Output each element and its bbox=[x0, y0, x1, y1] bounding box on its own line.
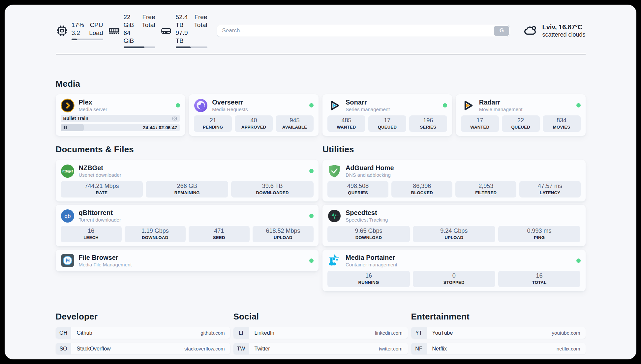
bookmark-reddit[interactable]: RE Reddit reddit.com bbox=[411, 359, 586, 359]
bookmark-twitter[interactable]: TW Twitter twitter.com bbox=[233, 343, 408, 354]
app-card-portainer[interactable]: Media Portainer Container management 16 … bbox=[322, 250, 586, 291]
app-card-overseerr[interactable]: Overseerr Media Requests 21 PENDING 40 A… bbox=[189, 94, 319, 136]
app-title: Plex bbox=[79, 98, 107, 106]
overseerr-icon bbox=[194, 99, 208, 112]
cpu-metric: 17% 3.2 CPU Load bbox=[56, 21, 103, 40]
app-card-plex[interactable]: Plex Media server Bullet Train bbox=[56, 94, 185, 136]
app-subtitle: Usenet downloader bbox=[79, 172, 121, 178]
bookmark-url: github.com bbox=[200, 330, 225, 336]
app-title: qBittorrent bbox=[79, 209, 121, 217]
app-title: AdGuard Home bbox=[346, 164, 394, 172]
section-title-media: Media bbox=[56, 79, 586, 89]
stat-chip: 834 MOVIES bbox=[543, 115, 581, 132]
radarr-icon bbox=[461, 99, 475, 112]
app-subtitle: Media server bbox=[79, 106, 107, 112]
stat-chip: 1.19 Gbps DOWNLOAD bbox=[125, 226, 186, 242]
status-dot bbox=[576, 103, 581, 107]
app-subtitle: Media File Management bbox=[79, 262, 132, 268]
status-dot bbox=[309, 169, 314, 173]
bookmark-name: YouTube bbox=[432, 330, 453, 336]
app-subtitle: Movie management bbox=[479, 106, 523, 112]
bookmark-netflix[interactable]: NF Netflix netflix.com bbox=[411, 343, 586, 354]
disk-progress-bar bbox=[176, 46, 207, 48]
weather-location-temp: Lviv, 16.87°C bbox=[542, 23, 585, 31]
app-title: File Browser bbox=[79, 254, 132, 261]
app-title: Sonarr bbox=[346, 98, 390, 106]
stat-chip: 47.57 ms LATENCY bbox=[519, 181, 580, 197]
stat-chip: 9.24 Gbps UPLOAD bbox=[413, 226, 495, 242]
stat-chip: 9.65 Gbps DOWNLOAD bbox=[327, 226, 410, 242]
stat-chip: 86,396 BLOCKED bbox=[391, 181, 452, 197]
bookmark-stackoverflow[interactable]: SO StackOverflow stackoverflow.com bbox=[56, 343, 230, 354]
header-divider bbox=[56, 54, 586, 54]
portainer-icon bbox=[327, 254, 341, 268]
stat-chip: 0 STOPPED bbox=[413, 271, 495, 287]
bookmark-abbr: LI bbox=[233, 327, 249, 339]
cpu-values: 17% 3.2 bbox=[72, 21, 84, 37]
weather-widget: Lviv, 16.87°C scattered clouds bbox=[523, 22, 585, 39]
stat-chip: 21 PENDING bbox=[194, 115, 232, 132]
bookmark-name: LinkedIn bbox=[255, 330, 275, 336]
stat-chip: 17 QUEUED bbox=[368, 115, 406, 132]
stat-chip: 16 TOTAL bbox=[498, 271, 581, 287]
stat-chip: 16 RUNNING bbox=[327, 271, 410, 287]
app-title: Media Portainer bbox=[346, 254, 397, 261]
bookmark-group-developer: Developer GH Github github.com SO StackO… bbox=[56, 312, 230, 359]
svg-text:nzbget: nzbget bbox=[62, 169, 73, 173]
bookmark-linkedin[interactable]: LI LinkedIn linkedin.com bbox=[233, 327, 408, 339]
status-dot bbox=[309, 258, 314, 263]
app-card-nzbget[interactable]: nzbget NZBGet Usenet downloader 74 bbox=[56, 160, 319, 201]
bookmark-url: youtube.com bbox=[552, 330, 580, 336]
bookmark-abbr: TW bbox=[233, 343, 249, 354]
bookmark-name: Netflix bbox=[432, 346, 447, 352]
search-input[interactable] bbox=[217, 25, 510, 37]
status-dot bbox=[309, 103, 314, 107]
disk-labels: Free Total bbox=[194, 13, 207, 45]
search-engine-button[interactable]: G bbox=[494, 26, 509, 36]
svg-text:qb: qb bbox=[64, 213, 71, 219]
ram-icon bbox=[108, 24, 120, 37]
stat-chip: 0.993 ms PING bbox=[498, 226, 581, 242]
pause-icon[interactable] bbox=[64, 125, 67, 131]
app-subtitle: Speedtest Tracking bbox=[346, 217, 388, 223]
weather-condition: scattered clouds bbox=[542, 31, 585, 38]
bookmark-dev[interactable]: DT DEV dev.to bbox=[56, 359, 230, 359]
disk-metric: 52.4 TB 97.9 TB Free Total bbox=[160, 13, 207, 48]
bookmark-url: netflix.com bbox=[557, 346, 580, 351]
bookmark-abbr: RE bbox=[411, 359, 427, 359]
status-dot bbox=[309, 214, 314, 218]
top-bar: 17% 3.2 CPU Load bbox=[56, 13, 586, 48]
status-dot bbox=[576, 258, 581, 263]
bookmark-github[interactable]: GH Github github.com bbox=[56, 327, 230, 339]
disk-values: 52.4 TB 97.9 TB bbox=[176, 13, 194, 45]
app-card-sonarr[interactable]: Sonarr Series management 485 WANTED 17 Q… bbox=[322, 94, 452, 136]
status-dot bbox=[443, 103, 447, 107]
bookmark-abbr: YT bbox=[411, 327, 427, 339]
bookmark-url: stackoverflow.com bbox=[184, 346, 225, 351]
app-card-filebrowser[interactable]: File Browser Media File Management bbox=[56, 250, 319, 271]
app-card-adguard[interactable]: AdGuard Home DNS and adblocking 498,508 … bbox=[322, 160, 586, 201]
stat-chip: 17 WANTED bbox=[461, 115, 499, 132]
cpu-labels: CPU Load bbox=[89, 21, 103, 37]
stat-chip: 196 SERIES bbox=[409, 115, 447, 132]
stat-chip: 744.21 Mbps RATE bbox=[61, 181, 143, 197]
bookmark-group-social: Social LI LinkedIn linkedin.com TW Twitt… bbox=[233, 312, 408, 359]
app-subtitle: Media Requests bbox=[212, 106, 248, 112]
section-title-entertainment: Entertainment bbox=[411, 312, 586, 322]
app-card-qbittorrent[interactable]: qb qBittorrent Torrent downloader bbox=[56, 205, 319, 246]
app-card-radarr[interactable]: Radarr Movie management 17 WANTED 22 QUE… bbox=[456, 94, 586, 136]
search-bar: G bbox=[217, 25, 510, 37]
bookmark-abbr: DT bbox=[56, 359, 71, 359]
now-playing-title: Bullet Train bbox=[63, 116, 88, 121]
disk-icon bbox=[160, 24, 172, 37]
app-subtitle: Torrent downloader bbox=[79, 217, 121, 223]
cloud-icon bbox=[523, 22, 538, 39]
bookmark-abbr: SO bbox=[56, 343, 71, 354]
stat-chip: 471 SEED bbox=[189, 226, 250, 242]
app-card-speedtest[interactable]: Speedtest Speedtest Tracking 9.65 Gbps D… bbox=[322, 205, 586, 246]
bookmark-url: twitter.com bbox=[379, 346, 403, 351]
bookmark-name: StackOverflow bbox=[77, 346, 111, 352]
bookmark-youtube[interactable]: YT YouTube youtube.com bbox=[411, 327, 586, 339]
session-screen-icon[interactable] bbox=[172, 116, 177, 121]
stat-chip: 485 WANTED bbox=[327, 115, 365, 132]
